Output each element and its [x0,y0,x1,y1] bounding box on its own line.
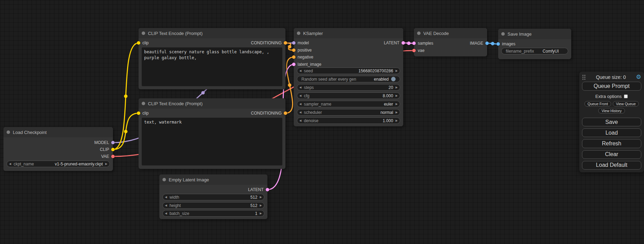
clip-input-slot[interactable]: clip [137,110,149,117]
increment-arrow-icon[interactable]: ▶ [396,70,398,72]
increment-arrow-icon[interactable]: ▶ [396,111,398,114]
node-title-bar[interactable]: Save Image [498,29,571,39]
increment-arrow-icon[interactable]: ▶ [396,103,398,106]
steps-widget[interactable]: ◀ steps 20 ▶ [297,84,400,91]
node-ksampler[interactable]: KSampler model positive negative latent_… [294,28,403,126]
images-input-dot[interactable] [496,42,500,46]
denoise-widget[interactable]: ◀ denoise 1.000 ▶ [297,117,400,124]
latent-output-dot[interactable] [402,41,405,45]
decrement-arrow-icon[interactable]: ◀ [299,111,301,114]
node-clip-text-encode-negative[interactable]: CLIP Text Encode (Prompt) clip CONDITION… [139,98,285,169]
seed-widget[interactable]: ◀ seed 156680208700286 ▶ [297,67,400,74]
vae-output-slot[interactable]: VAE [101,153,115,160]
image-output-slot[interactable]: IMAGE [470,40,489,47]
model-input-slot[interactable]: model [292,39,309,46]
node-title-bar[interactable]: CLIP Text Encode (Prompt) [139,98,285,109]
node-graph-canvas[interactable]: Load Checkpoint MODEL CLIP VAE ◀ ckpt_na… [0,0,644,244]
load-default-button[interactable]: Load Default [582,161,641,170]
conditioning-output-dot[interactable] [284,41,287,45]
vae-output-dot[interactable] [111,155,115,158]
conditioning-output-slot[interactable]: CONDITIONING [251,110,287,117]
collapse-dot-icon[interactable] [297,31,300,35]
queue-front-button[interactable]: Queue Front [584,101,611,107]
positive-prompt-textarea[interactable]: beautiful scenery nature glass bottle la… [142,47,282,86]
load-button[interactable]: Load [582,128,641,137]
decrement-arrow-icon[interactable]: ◀ [299,70,301,72]
cfg-widget[interactable]: ◀ cfg 8.000 ▶ [297,92,400,99]
images-input-slot[interactable]: images [496,40,515,47]
collapse-dot-icon[interactable] [142,102,145,105]
scheduler-widget[interactable]: ◀ scheduler normal ▶ [297,109,400,116]
random-seed-toggle-widget[interactable]: Random seed after every gen enabled [297,76,400,82]
negative-input-slot[interactable]: negative [292,54,313,61]
model-output-dot[interactable] [111,141,115,144]
positive-input-slot[interactable]: positive [292,47,312,54]
drag-handle-icon[interactable] [582,74,586,80]
increment-arrow-icon[interactable]: ▶ [260,212,262,215]
node-save-image[interactable]: Save Image images filename_prefix ComfyU… [498,29,571,59]
node-clip-text-encode-positive[interactable]: CLIP Text Encode (Prompt) clip CONDITION… [139,28,285,89]
node-title-bar[interactable]: Load Checkpoint [3,127,113,137]
latent-output-slot[interactable]: LATENT [384,39,405,46]
positive-input-dot[interactable] [292,48,295,52]
queue-prompt-button[interactable]: Queue Prompt [582,82,641,91]
decrement-arrow-icon[interactable]: ◀ [9,163,11,165]
node-title-bar[interactable]: Empty Latent Image [159,174,267,185]
node-title-bar[interactable]: CLIP Text Encode (Prompt) [139,28,285,38]
decrement-arrow-icon[interactable]: ◀ [165,212,167,215]
model-output-slot[interactable]: MODEL [94,139,115,146]
collapse-dot-icon[interactable] [162,178,166,181]
samples-input-slot[interactable]: samples [412,40,433,47]
clip-input-slot[interactable]: clip [137,39,149,46]
increment-arrow-icon[interactable]: ▶ [105,163,107,165]
increment-arrow-icon[interactable]: ▶ [396,119,398,122]
vae-input-dot[interactable] [412,49,416,52]
collapse-dot-icon[interactable] [142,31,145,35]
clip-output-slot[interactable]: CLIP [100,146,115,153]
view-queue-button[interactable]: View Queue [613,101,639,107]
settings-gear-icon[interactable]: ⚙ [636,74,641,80]
height-widget[interactable]: ◀ height 512 ▶ [162,202,264,209]
conditioning-output-slot[interactable]: CONDITIONING [251,39,287,46]
increment-arrow-icon[interactable]: ▶ [260,196,262,199]
clip-input-dot[interactable] [137,111,140,115]
image-output-dot[interactable] [485,42,489,45]
node-load-checkpoint[interactable]: Load Checkpoint MODEL CLIP VAE ◀ ckpt_na… [3,127,113,171]
decrement-arrow-icon[interactable]: ◀ [299,119,301,122]
sampler-name-widget[interactable]: ◀ sampler_name euler ▶ [297,101,400,107]
decrement-arrow-icon[interactable]: ◀ [299,94,301,97]
width-widget[interactable]: ◀ width 512 ▶ [162,194,264,200]
latent-image-input-dot[interactable] [292,63,295,66]
ckpt-name-widget[interactable]: ◀ ckpt_name v1-5-pruned-emaonly.ckpt ▶ [7,161,110,167]
clip-input-dot[interactable] [137,41,140,45]
increment-arrow-icon[interactable]: ▶ [260,204,262,207]
view-history-button[interactable]: View History [598,108,625,114]
node-title-bar[interactable]: VAE Decode [414,28,487,38]
latent-output-dot[interactable] [266,188,269,191]
decrement-arrow-icon[interactable]: ◀ [165,204,167,207]
collapse-dot-icon[interactable] [501,32,505,36]
model-input-dot[interactable] [292,41,295,45]
increment-arrow-icon[interactable]: ▶ [396,86,398,89]
clear-button[interactable]: Clear [582,150,641,159]
conditioning-output-dot[interactable] [284,111,287,115]
collapse-dot-icon[interactable] [7,130,10,134]
node-title-bar[interactable]: KSampler [294,28,403,38]
decrement-arrow-icon[interactable]: ◀ [165,196,167,199]
collapse-dot-icon[interactable] [417,31,421,35]
node-empty-latent-image[interactable]: Empty Latent Image LATENT ◀ width 512 ▶ … [159,174,267,219]
node-vae-decode[interactable]: VAE Decode samples vae IMAGE [414,28,487,56]
negative-input-dot[interactable] [292,55,295,59]
decrement-arrow-icon[interactable]: ◀ [299,86,301,89]
clip-output-dot[interactable] [111,148,115,151]
toggle-knob-icon[interactable] [391,77,396,81]
batch-size-widget[interactable]: ◀ batch_size 1 ▶ [162,210,264,217]
increment-arrow-icon[interactable]: ▶ [396,94,398,97]
refresh-button[interactable]: Refresh [582,139,641,148]
latent-output-slot[interactable]: LATENT [248,186,269,193]
latent-image-input-slot[interactable]: latent_image [292,61,321,68]
negative-prompt-textarea[interactable]: text, watermark [142,118,282,165]
save-button[interactable]: Save [582,118,641,126]
filename-prefix-widget[interactable]: filename_prefix ComfyUI [501,48,568,54]
vae-input-slot[interactable]: vae [412,47,424,54]
